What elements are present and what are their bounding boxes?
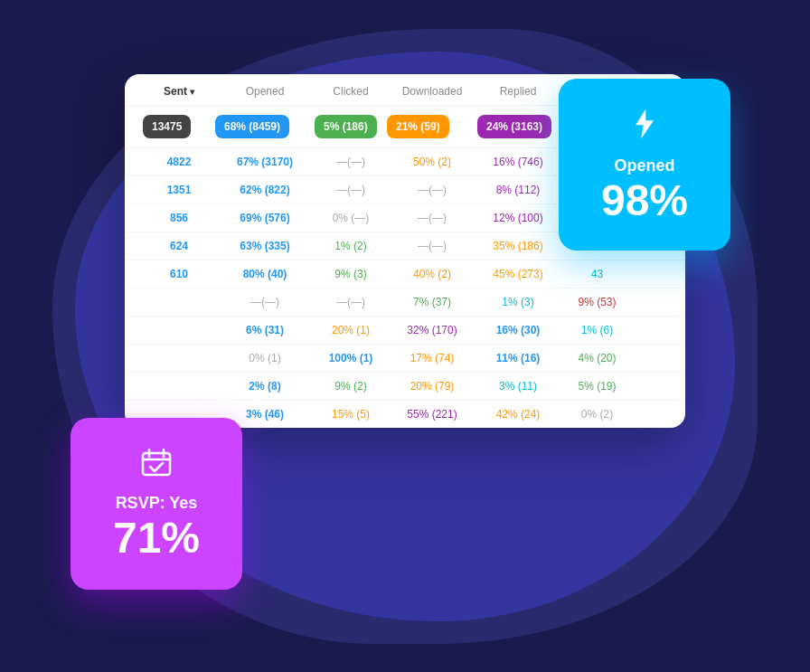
rsvp-card-label: RSVP: Yes: [116, 494, 198, 513]
summary-sent: 13475: [143, 115, 215, 138]
table-row: 610 80% (40) 9% (3) 40% (2) 45% (273) 43: [125, 260, 685, 289]
rsvp-card-value: 71%: [113, 516, 200, 560]
rsvp-stat-card: RSVP: Yes 71%: [71, 418, 242, 590]
summary-clicked: 5% (186): [315, 115, 387, 138]
table-row: —(—) —(—) 7% (37) 1% (3) 9% (53): [125, 289, 685, 317]
table-row: 0% (1) 100% (1) 17% (74) 11% (16) 4% (20…: [125, 345, 685, 373]
col-header-downloaded[interactable]: Downloaded: [387, 85, 477, 98]
svg-marker-0: [636, 109, 654, 139]
col-header-replied[interactable]: Replied: [477, 85, 559, 98]
col-header-sent[interactable]: Sent: [143, 85, 215, 98]
lightning-icon: [631, 106, 658, 149]
opened-card-value: 98%: [601, 179, 688, 222]
col-header-opened[interactable]: Opened: [215, 85, 315, 98]
summary-opened: 68% (8459): [215, 115, 315, 138]
summary-downloaded: 21% (59): [387, 115, 477, 138]
summary-replied: 24% (3163): [477, 115, 559, 138]
col-header-clicked[interactable]: Clicked: [315, 85, 387, 98]
opened-card-label: Opened: [614, 156, 674, 175]
svg-rect-1: [143, 453, 170, 475]
table-row: 2% (8) 9% (2) 20% (79) 3% (11) 5% (19): [125, 373, 685, 401]
opened-stat-card: Opened 98%: [559, 79, 730, 251]
calendar-icon: [140, 447, 173, 487]
main-scene: Sent Opened Clicked Downloaded Replied R…: [52, 29, 758, 644]
table-row: 6% (31) 20% (1) 32% (170) 16% (30) 1% (6…: [125, 317, 685, 345]
